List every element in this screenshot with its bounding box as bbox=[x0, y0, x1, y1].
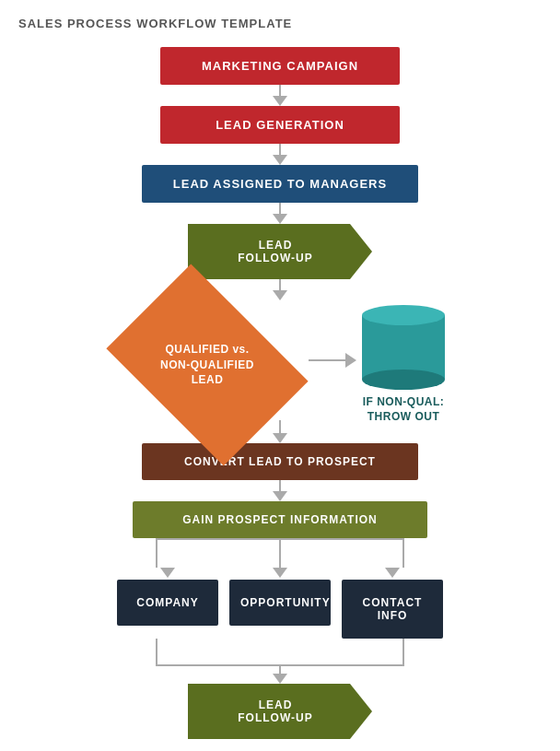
opportunity-box: OPPORTUNITY bbox=[229, 580, 331, 626]
cylinder bbox=[362, 305, 445, 390]
connector-2 bbox=[273, 144, 287, 165]
contact-info-box: CONTACT INFO bbox=[342, 580, 443, 639]
marketing-campaign-box: MARKETING CAMPAIGN bbox=[160, 47, 400, 85]
three-boxes-row: COMPANY OPPORTUNITY CONTACT INFO bbox=[105, 568, 455, 639]
qualified-row: QUALIFIED vs. NON-QUALIFIED LEAD IF NON-… bbox=[50, 300, 510, 429]
contact-info-branch: CONTACT INFO bbox=[342, 568, 443, 639]
branch-bottom-connector bbox=[105, 639, 455, 666]
flow-diagram: MARKETING CAMPAIGN LEAD GENERATION LEAD … bbox=[9, 47, 551, 751]
connector-1 bbox=[273, 85, 287, 106]
lead-followup1-box: LEAD FOLLOW-UP bbox=[188, 224, 372, 279]
cylinder-bottom bbox=[362, 370, 445, 390]
page-title: SALES PROCESS WORKFLOW TEMPLATE bbox=[18, 17, 551, 30]
connector-3 bbox=[273, 203, 287, 224]
lead-assigned-box: LEAD ASSIGNED TO MANAGERS bbox=[142, 165, 418, 203]
opportunity-branch: OPPORTUNITY bbox=[229, 568, 331, 626]
gain-prospect-box: GAIN PROSPECT INFORMATION bbox=[133, 501, 427, 538]
branch-connector bbox=[105, 538, 455, 568]
qualified-diamond: QUALIFIED vs. NON-QUALIFIED LEAD bbox=[115, 300, 299, 429]
lead-generation-box: LEAD GENERATION bbox=[160, 106, 400, 144]
lead-followup2-box: LEAD FOLLOW-UP bbox=[188, 684, 372, 739]
horiz-arrow bbox=[309, 353, 356, 368]
convert-lead-box: CONVERT LEAD TO PROSPECT bbox=[142, 443, 418, 480]
connector-4 bbox=[273, 279, 287, 300]
company-branch: COMPANY bbox=[117, 568, 218, 626]
nonqual-cylinder-group: IF NON-QUAL: THROW OUT bbox=[362, 305, 445, 424]
connector-7 bbox=[273, 666, 287, 684]
connector-6 bbox=[273, 480, 287, 501]
company-box: COMPANY bbox=[117, 580, 218, 626]
nonqual-label: IF NON-QUAL: THROW OUT bbox=[363, 395, 445, 424]
